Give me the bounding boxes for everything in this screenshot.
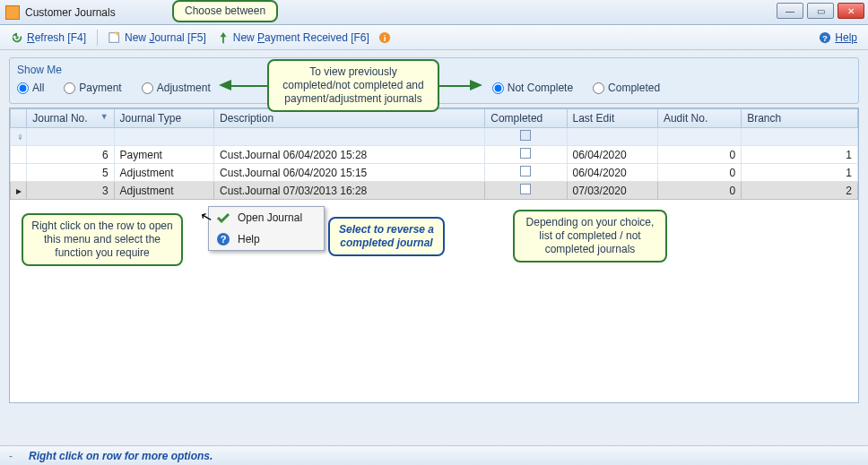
col-journal-type[interactable]: Journal Type (114, 109, 214, 128)
current-row-indicator: ▸ (11, 182, 27, 200)
radio-not-complete[interactable]: Not Complete (492, 82, 573, 94)
radio-all[interactable]: All (17, 82, 44, 94)
callout-select: Select to reverse a completed journal (328, 217, 445, 256)
svg-text:?: ? (221, 234, 227, 245)
new-payment-button[interactable]: New Payment Received [F6] (213, 30, 373, 46)
svg-text:?: ? (822, 32, 828, 42)
table-row[interactable]: 6 Payment Cust.Journal 06/04/2020 15:28 … (11, 146, 858, 164)
completed-checkbox[interactable] (520, 148, 531, 159)
refresh-icon (11, 31, 23, 44)
help-label: Help (835, 31, 857, 44)
close-button[interactable]: ✕ (838, 3, 864, 19)
help-icon: ? (216, 232, 230, 246)
help-icon: ? (819, 31, 831, 44)
table-row-selected[interactable]: ▸ 3 Adjustment Cust.Journal 07/03/2013 1… (11, 182, 858, 200)
col-completed[interactable]: Completed (485, 109, 567, 128)
app-icon (5, 5, 20, 20)
filter-row[interactable]: ♀ (11, 128, 858, 146)
completed-checkbox[interactable] (520, 184, 531, 194)
status-hint: Right click on row for more options. (29, 450, 213, 462)
window-controls: — ▭ ✕ (777, 3, 864, 19)
refresh-button[interactable]: RRefresh [F4]efresh [F4] (7, 30, 90, 46)
svg-text:i: i (383, 32, 386, 42)
callout-rclick: Right click on the row to open this menu… (22, 213, 183, 266)
info-icon: i (378, 31, 391, 44)
sort-desc-icon: ▼ (100, 112, 108, 121)
callout-view: To view previously completed/not complet… (267, 59, 439, 112)
ctx-open-journal[interactable]: Open Journal (209, 207, 324, 228)
col-audit-no[interactable]: Audit No. (657, 109, 741, 128)
help-button[interactable]: ? Help (815, 30, 861, 46)
context-menu: Open Journal ? Help (208, 206, 325, 251)
status-dash: - (9, 450, 13, 462)
col-last-edit[interactable]: Last Edit (567, 109, 657, 128)
status-bar: - Right click on row for more options. (0, 445, 868, 465)
open-journal-icon (216, 211, 230, 225)
col-branch[interactable]: Branch (742, 109, 858, 128)
new-journal-icon (108, 31, 121, 44)
radio-payment[interactable]: Payment (64, 82, 121, 94)
completed-checkbox[interactable] (520, 166, 531, 177)
col-journal-no[interactable]: Journal No.▼ (27, 109, 114, 128)
table-row[interactable]: 5 Adjustment Cust.Journal 06/04/2020 15:… (11, 164, 858, 182)
new-journal-button[interactable]: New Journal [F5] (105, 30, 210, 46)
filter-completed-checkbox[interactable] (520, 130, 531, 141)
window-title: Customer Journals (25, 6, 116, 19)
maximize-button[interactable]: ▭ (807, 3, 834, 19)
toolbar: RRefresh [F4]efresh [F4] New Journal [F5… (0, 25, 868, 50)
callout-depend: Depending on your choice, list of comple… (513, 210, 667, 263)
radio-completed[interactable]: Completed (593, 82, 660, 94)
ctx-help[interactable]: ? Help (209, 228, 324, 250)
filter-icon: ♀ (11, 128, 27, 146)
callout-choose: Choose between (172, 0, 278, 22)
separator (97, 30, 98, 46)
radio-adjustment[interactable]: Adjustment (142, 82, 211, 94)
new-payment-icon (217, 31, 230, 44)
minimize-button[interactable]: — (777, 3, 803, 19)
row-marker-header (11, 109, 27, 128)
titlebar: Customer Journals — ▭ ✕ (0, 0, 868, 25)
